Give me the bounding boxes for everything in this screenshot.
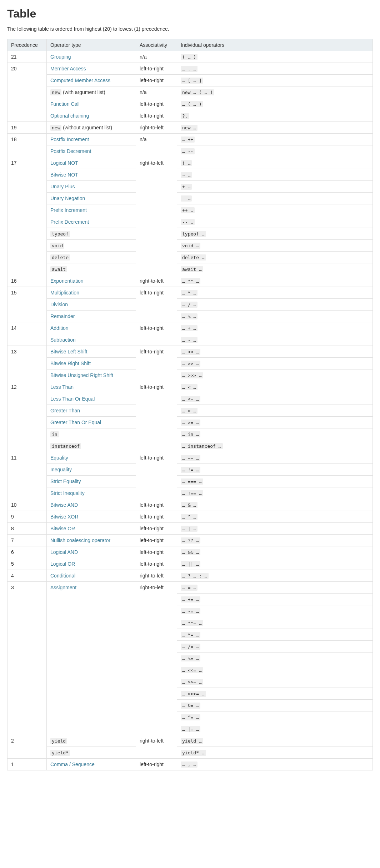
operator-link[interactable]: Prefix Decrement xyxy=(50,219,89,225)
operator-link[interactable]: new xyxy=(50,89,61,95)
operator-link[interactable]: Optional chaining xyxy=(50,113,89,119)
operator-link[interactable]: Strict Equality xyxy=(50,478,81,484)
operator-link[interactable]: Logical OR xyxy=(50,561,75,567)
page-title: Table xyxy=(7,7,373,20)
operator-link[interactable]: Multiplication xyxy=(50,290,79,296)
operator-link[interactable]: delete xyxy=(50,254,70,260)
operator-type-cell: Bitwise XOR xyxy=(47,511,136,523)
precedence-cell: 3 xyxy=(8,582,47,735)
operator-code: … -= … xyxy=(181,608,200,614)
operator-link[interactable]: Unary Negation xyxy=(50,195,85,201)
operator-type-cell: Inequality xyxy=(47,464,136,476)
operator-link[interactable]: yield xyxy=(50,738,67,744)
operator-link[interactable]: Member Access xyxy=(50,66,86,71)
operator-code: … - … xyxy=(181,337,198,343)
precedence-cell: 15 xyxy=(8,287,47,322)
operator-link[interactable]: Equality xyxy=(50,455,68,461)
operator-link[interactable]: Exponentiation xyxy=(50,278,84,284)
operator-link[interactable]: Bitwise Right Shift xyxy=(50,361,91,366)
individual-operator-cell: … %= … xyxy=(177,653,373,664)
operator-code: … &= … xyxy=(181,703,200,709)
operator-link[interactable]: Grouping xyxy=(50,54,71,60)
operator-type-cell: Multiplication xyxy=(47,287,136,299)
operator-code: … ( … ) xyxy=(181,101,203,107)
operator-link[interactable]: Remainder xyxy=(50,313,75,319)
operator-code: … /= … xyxy=(181,644,200,650)
operator-link[interactable]: Logical NOT xyxy=(50,160,78,166)
operator-link[interactable]: Subtraction xyxy=(50,337,76,343)
operator-link[interactable]: Prefix Increment xyxy=(50,207,87,213)
operator-link[interactable]: Logical AND xyxy=(50,549,78,555)
operator-link[interactable]: Postfix Increment xyxy=(50,137,89,142)
table-row: yield*yield* … xyxy=(8,747,373,759)
operator-link[interactable]: in xyxy=(50,431,59,437)
precedence-cell: 2 xyxy=(8,735,47,759)
individual-operator-cell: … &= … xyxy=(177,700,373,711)
operator-link[interactable]: Conditional xyxy=(50,573,75,579)
operator-link[interactable]: Less Than Or Equal xyxy=(50,396,95,402)
operator-type-cell: Logical NOT xyxy=(47,157,136,169)
operator-link[interactable]: Comma / Sequence xyxy=(50,762,95,767)
operator-link[interactable]: await xyxy=(50,266,67,272)
code-label: typeof xyxy=(50,231,70,237)
operator-type-cell: Postfix Decrement xyxy=(47,145,136,157)
operator-link[interactable]: Bitwise Left Shift xyxy=(50,349,88,354)
operator-code: void … xyxy=(181,243,200,249)
operator-link[interactable]: instanceof xyxy=(50,443,81,449)
operator-code: delete … xyxy=(181,254,206,261)
precedence-cell: 17 xyxy=(8,157,47,275)
operator-code: … , … xyxy=(181,762,198,768)
col-individual-operators: Individual operators xyxy=(177,39,373,51)
operator-link[interactable]: Bitwise XOR xyxy=(50,514,79,520)
operator-link[interactable]: Bitwise AND xyxy=(50,502,78,508)
individual-operator-cell: new … ( … ) xyxy=(177,86,373,98)
operator-code: … / … xyxy=(181,302,198,308)
operator-link[interactable]: Inequality xyxy=(50,467,72,472)
operator-link[interactable]: Bitwise NOT xyxy=(50,172,78,178)
operator-type-cell: Bitwise NOT xyxy=(47,169,136,181)
operator-type-cell: Nullish coalescing operator xyxy=(47,535,136,546)
precedence-cell: 20 xyxy=(8,63,47,122)
operator-link[interactable]: Strict Inequality xyxy=(50,490,85,496)
operator-code: ++ … xyxy=(181,207,195,213)
operator-type-cell: Prefix Decrement xyxy=(47,216,136,228)
operator-link[interactable]: void xyxy=(50,243,64,248)
operator-link[interactable]: Unary Plus xyxy=(50,184,75,189)
operator-link[interactable]: Assignment xyxy=(50,585,76,590)
operator-link[interactable]: yield* xyxy=(50,750,70,755)
operator-link[interactable]: Nullish coalescing operator xyxy=(50,537,110,543)
operator-code: new … ( … ) xyxy=(181,89,214,95)
table-row: Postfix Decrement… -- xyxy=(8,145,373,157)
operator-link[interactable]: Division xyxy=(50,302,68,307)
associativity-cell: left-to-right xyxy=(136,75,177,86)
individual-operator-cell: … || … xyxy=(177,558,373,570)
individual-operator-cell: … ? … : … xyxy=(177,570,373,582)
operator-link[interactable]: Greater Than Or Equal xyxy=(50,420,101,425)
precedence-cell: 6 xyxy=(8,546,47,558)
operator-link[interactable]: Computed Member Access xyxy=(50,78,110,83)
operator-link[interactable]: Less Than xyxy=(50,384,74,390)
associativity-cell: left-to-right xyxy=(136,381,177,452)
operator-link[interactable]: Function Call xyxy=(50,101,80,107)
operator-code: … ^ … xyxy=(181,514,198,520)
code-label: instanceof xyxy=(50,443,81,449)
operator-link[interactable]: Bitwise Unsigned Right Shift xyxy=(50,372,113,378)
intro-text: The following table is ordered from high… xyxy=(7,26,373,32)
associativity-cell: left-to-right xyxy=(136,558,177,570)
operator-link[interactable]: Postfix Decrement xyxy=(50,148,91,154)
individual-operator-cell: … -- xyxy=(177,145,373,157)
operator-link[interactable]: new xyxy=(50,125,61,130)
operator-link[interactable]: Addition xyxy=(50,325,69,331)
individual-operator-cell: … <= … xyxy=(177,393,373,405)
operator-link[interactable]: typeof xyxy=(50,231,70,237)
table-row: Prefix Decrement-- … xyxy=(8,216,373,228)
operator-type-cell: Bitwise Unsigned Right Shift xyxy=(47,369,136,381)
operator-code: yield … xyxy=(181,738,203,744)
operator-link[interactable]: Greater Than xyxy=(50,408,80,413)
individual-operator-cell: … >>> … xyxy=(177,369,373,381)
operator-code: … !== … xyxy=(181,490,203,496)
precedence-table: Precedence Operator type Associativity I… xyxy=(7,39,373,770)
operator-link[interactable]: Bitwise OR xyxy=(50,526,75,531)
operator-type-cell: new (without argument list) xyxy=(47,122,136,134)
operator-type-cell: Strict Equality xyxy=(47,476,136,487)
